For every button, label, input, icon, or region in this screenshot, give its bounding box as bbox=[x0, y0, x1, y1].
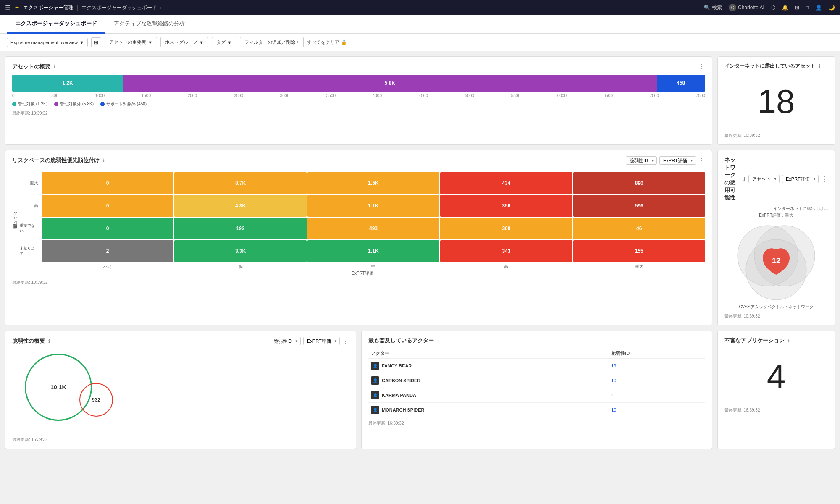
cell-unassigned-2[interactable]: 1.1K bbox=[307, 240, 439, 262]
square-icon[interactable]: □ bbox=[806, 5, 809, 10]
vuln-id-select[interactable]: 脆弱性ID bbox=[626, 156, 657, 165]
moon-icon[interactable]: 🌙 bbox=[829, 5, 835, 10]
monarch-spider-icon: 👤 bbox=[371, 406, 379, 414]
asset-overview-menu[interactable]: ⋮ bbox=[698, 63, 705, 71]
sun-icon: ☀ bbox=[14, 4, 20, 11]
venn-svg: 12 bbox=[726, 224, 827, 300]
cell-high-3[interactable]: 356 bbox=[440, 195, 572, 217]
cell-unassigned-3[interactable]: 343 bbox=[440, 240, 572, 262]
cell-low-2[interactable]: 493 bbox=[307, 218, 439, 239]
cell-critical-0[interactable]: 0 bbox=[42, 172, 173, 194]
cell-critical-3[interactable]: 434 bbox=[440, 172, 572, 194]
cell-low-0[interactable]: 0 bbox=[42, 218, 173, 239]
internet-assets-card: インターネットに露出しているアセット ℹ 18 最終更新: 10:39:32 bbox=[717, 56, 835, 145]
heatmap-row-low: 重要でない 0 192 493 300 bbox=[20, 218, 705, 239]
host-group-filter[interactable]: ホストグループ ▼ bbox=[160, 37, 208, 47]
cell-high-2[interactable]: 1.1K bbox=[307, 195, 439, 217]
asset-select-wrapper[interactable]: アセット bbox=[748, 175, 780, 183]
person-icon[interactable]: 👤 bbox=[816, 5, 822, 10]
vuln-priority-last-update: 最終更新: 10:39:32 bbox=[12, 280, 705, 286]
fancy-bear-vuln-link[interactable]: 19 bbox=[611, 363, 616, 368]
internet-assets-last-update: 最終更新: 10:39:32 bbox=[724, 133, 828, 139]
row3: 脆弱性の概要 ℹ 脆弱性ID ExPRT評価 ⋮ bbox=[5, 331, 835, 449]
cell-unassigned-0[interactable]: 2 bbox=[42, 240, 173, 262]
chevron-down-icon: ▼ bbox=[148, 40, 152, 45]
carbon-spider-icon: 👤 bbox=[371, 376, 379, 385]
asset-importance-filter[interactable]: アセットの重要度 ▼ bbox=[105, 37, 157, 47]
prevalent-actors-last-update: 最終更新: 16:39:32 bbox=[368, 420, 705, 426]
actor-row-carbonspider: 👤 CARBON SPIDER 10 bbox=[368, 373, 705, 388]
suspicious-apps-card: 不審なアプリケーション ℹ 4 最終更新: 16:39:32 bbox=[717, 331, 835, 449]
monarch-spider-vuln-link[interactable]: 10 bbox=[611, 407, 616, 412]
tab-bar: エクスポージャーダッシュボード アクティブな攻撃経路の分析 bbox=[0, 15, 840, 34]
vuln-overview-id-select-wrapper[interactable]: 脆弱性ID bbox=[270, 337, 301, 345]
vuln-overview-header: 脆弱性の概要 ℹ 脆弱性ID ExPRT評価 ⋮ bbox=[12, 337, 349, 345]
row-label-notimportant: 重要でない bbox=[20, 218, 41, 239]
grid-view-button[interactable]: ⊞ bbox=[91, 37, 101, 47]
karma-panda-vuln-link[interactable]: 4 bbox=[611, 393, 614, 398]
tab-attack-path[interactable]: アクティブな攻撃経路の分析 bbox=[105, 15, 193, 34]
overview-dropdown[interactable]: Exposure management overview ▼ bbox=[7, 38, 88, 47]
actor-fancy-bear: 👤 FANCY BEAR bbox=[371, 362, 606, 370]
fancy-bear-icon: 👤 bbox=[371, 362, 379, 370]
user-button[interactable]: C Charlotte AI bbox=[729, 4, 764, 11]
heatmap-row-high: 高 0 4.8K 1.1K 356 bbox=[20, 195, 705, 217]
cell-low-1[interactable]: 192 bbox=[174, 218, 306, 239]
network-exploit-menu[interactable]: ⋮ bbox=[821, 175, 828, 183]
col-actor: アクター bbox=[368, 349, 609, 359]
asset-overview-title: アセットの概要 bbox=[12, 63, 50, 71]
tag-filter[interactable]: タグ ▼ bbox=[212, 37, 236, 47]
clear-all-button[interactable]: すべてをクリア 🔒 bbox=[307, 39, 347, 45]
add-filter-button[interactable]: フィルターの追加／削除 + bbox=[240, 37, 304, 47]
network-bottom-label: CVSSアタックベクトル：ネットワーク bbox=[724, 304, 828, 310]
bar-chart-visual: 1.2K 5.8K 458 bbox=[12, 75, 705, 92]
cell-high-4[interactable]: 596 bbox=[573, 195, 705, 217]
hamburger-icon[interactable]: ☰ bbox=[5, 4, 11, 12]
hex-icon[interactable]: ⬡ bbox=[771, 5, 775, 10]
cell-high-0[interactable]: 0 bbox=[42, 195, 173, 217]
cell-low-3[interactable]: 300 bbox=[440, 218, 572, 239]
vuln-priority-header: リスクベースの脆弱性優先順位付け ℹ 脆弱性ID ExPRT評価 ⋮ bbox=[12, 156, 705, 165]
carbon-spider-vuln-link[interactable]: 10 bbox=[611, 378, 616, 383]
vuln-overview-title: 脆弱性の概要 bbox=[12, 337, 45, 345]
bubble-chart: 10.1K 932 bbox=[12, 349, 349, 433]
vuln-overview-id-select[interactable]: 脆弱性ID bbox=[270, 337, 301, 345]
asset-bar-chart: 1.2K 5.8K 458 0 500 1000 1500 2000 2500 … bbox=[12, 75, 705, 98]
exprt-select-wrapper[interactable]: ExPRT評価 bbox=[659, 156, 696, 165]
nav-title: エクスポージャー管理 bbox=[23, 4, 74, 11]
actor-carbon-spider: 👤 CARBON SPIDER bbox=[371, 376, 606, 385]
vuln-overview-exprt-select-wrapper[interactable]: ExPRT評価 bbox=[303, 337, 340, 345]
venn-number: 12 bbox=[772, 257, 780, 265]
prevalent-actors-card: 最も普及しているアクター ℹ アクター 脆弱性ID 👤 FANCY bbox=[361, 331, 712, 449]
cell-high-1[interactable]: 4.8K bbox=[174, 195, 306, 217]
cell-unassigned-1[interactable]: 3.3K bbox=[174, 240, 306, 262]
suspicious-apps-header: 不審なアプリケーション ℹ bbox=[724, 337, 828, 344]
user-icon: C bbox=[729, 4, 736, 11]
asset-select[interactable]: アセット bbox=[748, 175, 780, 183]
cell-unassigned-4[interactable]: 155 bbox=[573, 240, 705, 262]
cell-critical-1[interactable]: 8.7K bbox=[174, 172, 306, 194]
cell-critical-4[interactable]: 890 bbox=[573, 172, 705, 194]
cell-low-4[interactable]: 46 bbox=[573, 218, 705, 239]
suspicious-apps-last-update: 最終更新: 16:39:32 bbox=[724, 407, 828, 413]
vuln-overview-controls: 脆弱性ID ExPRT評価 ⋮ bbox=[270, 337, 349, 345]
vuln-id-select-wrapper[interactable]: 脆弱性ID bbox=[626, 156, 657, 165]
grid-icon[interactable]: ⊞ bbox=[795, 5, 799, 10]
bar-unmanaged: 5.8K bbox=[123, 75, 657, 92]
vuln-overview-menu[interactable]: ⋮ bbox=[342, 337, 349, 345]
actor-karma-panda: 👤 KARMA PANDA bbox=[371, 391, 606, 399]
exprt2-select[interactable]: ExPRT評価 bbox=[782, 175, 819, 183]
nav-tab[interactable]: エクスポージャーダッシュボード bbox=[81, 4, 157, 11]
prevalent-actors-title: 最も普及しているアクター bbox=[368, 337, 434, 344]
actors-table: アクター 脆弱性ID 👤 FANCY BEAR 19 bbox=[368, 349, 705, 417]
exprt2-select-wrapper[interactable]: ExPRT評価 bbox=[782, 175, 819, 183]
cell-critical-2[interactable]: 1.5K bbox=[307, 172, 439, 194]
search-button[interactable]: 🔍 検索 bbox=[704, 4, 722, 11]
bell-icon[interactable]: 🔔 bbox=[782, 5, 788, 10]
vuln-priority-menu[interactable]: ⋮ bbox=[698, 157, 705, 165]
tab-dashboard[interactable]: エクスポージャーダッシュボード bbox=[7, 15, 105, 34]
vuln-overview-exprt-select[interactable]: ExPRT評価 bbox=[303, 337, 340, 345]
vuln-overview-last-update: 最終更新: 16:39:32 bbox=[12, 437, 349, 443]
internet-assets-title: インターネットに露出しているアセット bbox=[724, 63, 815, 70]
exprt-select[interactable]: ExPRT評価 bbox=[659, 156, 696, 165]
